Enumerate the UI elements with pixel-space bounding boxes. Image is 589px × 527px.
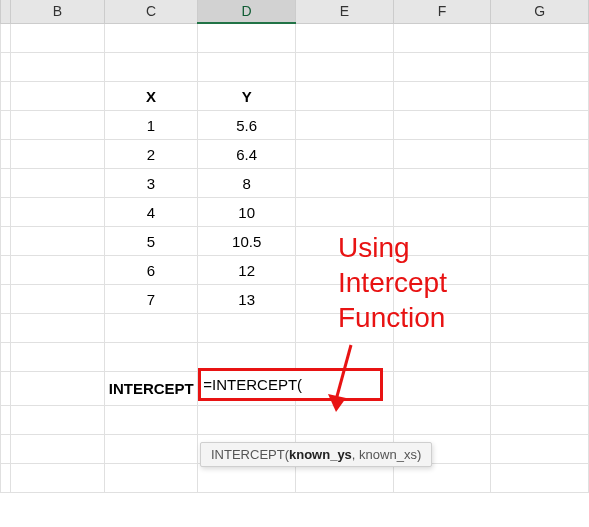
cell[interactable]	[491, 140, 589, 169]
cell-x[interactable]: 2	[104, 140, 198, 169]
cell-x[interactable]: 1	[104, 111, 198, 140]
cell[interactable]	[393, 23, 491, 53]
cell[interactable]	[393, 198, 491, 227]
cell[interactable]	[393, 464, 491, 493]
cell[interactable]	[104, 464, 198, 493]
cell[interactable]	[11, 372, 105, 406]
cell[interactable]	[11, 285, 105, 314]
cell[interactable]	[393, 111, 491, 140]
annotation-line: Function	[338, 300, 447, 335]
cell[interactable]	[11, 140, 105, 169]
tooltip-rest: , known_xs)	[352, 447, 421, 462]
cell[interactable]	[295, 406, 393, 435]
cell[interactable]	[11, 111, 105, 140]
col-header-c[interactable]: C	[104, 0, 198, 23]
cell-y[interactable]: 10	[198, 198, 296, 227]
cell[interactable]	[11, 256, 105, 285]
cell[interactable]	[11, 314, 105, 343]
column-header-row: B C D E F G	[1, 0, 589, 23]
cell-x[interactable]: 3	[104, 169, 198, 198]
col-header-d[interactable]: D	[198, 0, 296, 23]
function-tooltip: INTERCEPT(known_ys, known_xs)	[200, 442, 432, 467]
cell[interactable]	[295, 140, 393, 169]
cell[interactable]	[104, 435, 198, 464]
cell[interactable]	[491, 198, 589, 227]
cell[interactable]	[11, 169, 105, 198]
cell[interactable]	[491, 82, 589, 111]
cell[interactable]	[295, 82, 393, 111]
intercept-label[interactable]: INTERCEPT	[104, 372, 198, 406]
cell[interactable]	[11, 435, 105, 464]
cell[interactable]	[295, 23, 393, 53]
cell-y[interactable]: 8	[198, 169, 296, 198]
cell[interactable]	[393, 53, 491, 82]
cell[interactable]	[491, 227, 589, 256]
cell[interactable]	[198, 23, 296, 53]
cell[interactable]	[491, 406, 589, 435]
annotation-text: Using Intercept Function	[338, 230, 447, 335]
cell[interactable]	[11, 227, 105, 256]
col-header-e[interactable]: E	[295, 0, 393, 23]
cell-y[interactable]: 12	[198, 256, 296, 285]
cell[interactable]	[491, 372, 589, 406]
annotation-line: Intercept	[338, 265, 447, 300]
cell[interactable]	[104, 53, 198, 82]
cell-y[interactable]: 10.5	[198, 227, 296, 256]
tooltip-arg-current: known_ys	[289, 447, 352, 462]
cell[interactable]	[393, 82, 491, 111]
cell-x[interactable]: 7	[104, 285, 198, 314]
header-y[interactable]: Y	[198, 82, 296, 111]
cell[interactable]	[104, 314, 198, 343]
cell[interactable]	[393, 140, 491, 169]
cell-x[interactable]: 4	[104, 198, 198, 227]
cell[interactable]	[491, 53, 589, 82]
cell[interactable]	[104, 343, 198, 372]
cell[interactable]	[491, 464, 589, 493]
cell[interactable]	[491, 343, 589, 372]
cell[interactable]	[295, 111, 393, 140]
cell-y[interactable]: 6.4	[198, 140, 296, 169]
cell[interactable]	[393, 169, 491, 198]
cell[interactable]	[295, 169, 393, 198]
cell[interactable]	[198, 314, 296, 343]
cell[interactable]	[198, 406, 296, 435]
tooltip-fn: INTERCEPT(	[211, 447, 289, 462]
cell[interactable]	[491, 256, 589, 285]
cell[interactable]	[11, 343, 105, 372]
annotation-line: Using	[338, 230, 447, 265]
spreadsheet-grid[interactable]: B C D E F G X Y 1 5.6 2 6.4 3 8	[0, 0, 589, 493]
col-header-f[interactable]: F	[393, 0, 491, 23]
header-x[interactable]: X	[104, 82, 198, 111]
cell[interactable]	[393, 343, 491, 372]
col-header-b[interactable]: B	[11, 0, 105, 23]
formula-cell[interactable]: =INTERCEPT(	[198, 372, 296, 406]
cell[interactable]	[198, 53, 296, 82]
cell[interactable]	[104, 406, 198, 435]
cell[interactable]	[393, 372, 491, 406]
cell[interactable]	[295, 198, 393, 227]
cell[interactable]	[104, 23, 198, 53]
cell[interactable]	[491, 285, 589, 314]
cell[interactable]	[393, 406, 491, 435]
cell[interactable]	[295, 53, 393, 82]
cell-y[interactable]: 5.6	[198, 111, 296, 140]
col-stub	[1, 0, 11, 23]
cell[interactable]	[11, 82, 105, 111]
cell-y[interactable]: 13	[198, 285, 296, 314]
cell[interactable]	[11, 198, 105, 227]
cell[interactable]	[491, 111, 589, 140]
cell[interactable]	[295, 464, 393, 493]
col-header-g[interactable]: G	[491, 0, 589, 23]
formula-input[interactable]: =INTERCEPT(	[198, 368, 383, 401]
cell[interactable]	[491, 23, 589, 53]
cell[interactable]	[11, 23, 105, 53]
cell[interactable]	[11, 464, 105, 493]
cell[interactable]	[491, 314, 589, 343]
cell[interactable]	[11, 53, 105, 82]
cell[interactable]	[11, 406, 105, 435]
cell[interactable]	[491, 435, 589, 464]
cell-x[interactable]: 6	[104, 256, 198, 285]
cell-x[interactable]: 5	[104, 227, 198, 256]
cell[interactable]	[198, 464, 296, 493]
cell[interactable]	[491, 169, 589, 198]
